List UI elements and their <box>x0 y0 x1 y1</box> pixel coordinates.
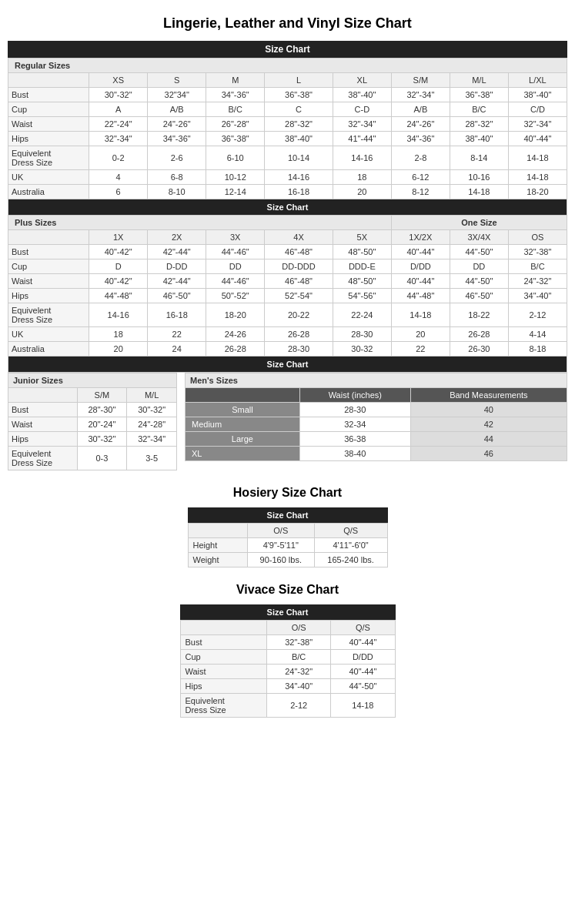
vivace-wrapper: Size Chart O/S Q/S Bust 32"-38" 40"-44" … <box>180 604 396 718</box>
size-chart-divider-2: Size Chart <box>8 199 567 216</box>
mens-label: Men's Sizes <box>185 373 567 387</box>
hosiery-table: O/S Q/S Height 4'9"-5'11" 4'11"-6'0" Wei… <box>188 523 388 567</box>
hosiery-wrapper: Size Chart O/S Q/S Height 4'9"-5'11" 4'1… <box>188 507 388 567</box>
regular-sizes-table: Regular Sizes XS S M L XL S/M M/L L/XL B… <box>8 58 567 373</box>
lingerie-chart: Size Chart Regular Sizes XS S M L XL S/M… <box>8 41 567 470</box>
bottom-section: Junior Sizes S/M M/L Bust 28"-30" 30"-32… <box>8 373 567 470</box>
junior-table: S/M M/L Bust 28"-30" 30"-32" Waist 20"-2… <box>8 387 177 470</box>
size-chart-divider-3: Size Chart <box>8 357 567 373</box>
hosiery-chart-header: Size Chart <box>188 507 388 523</box>
main-title: Lingerie, Leather and Vinyl Size Chart <box>8 15 567 32</box>
mens-section: Men's Sizes Waist (inches) Band Measurem… <box>185 373 567 470</box>
vivace-title: Vivace Size Chart <box>8 583 567 597</box>
mens-table: Waist (inches) Band Measurements Small 2… <box>185 387 567 461</box>
one-size-label: One Size <box>391 216 567 230</box>
plus-label: Plus Sizes <box>8 216 392 230</box>
vivace-chart-header: Size Chart <box>180 604 396 620</box>
junior-section: Junior Sizes S/M M/L Bust 28"-30" 30"-32… <box>8 373 177 470</box>
regular-label: Regular Sizes <box>8 59 567 73</box>
hosiery-title: Hosiery Size Chart <box>8 486 567 500</box>
chart-header-bar: Size Chart <box>8 41 567 58</box>
vivace-table: O/S Q/S Bust 32"-38" 40"-44" Cup B/C D/D… <box>180 620 396 718</box>
junior-label: Junior Sizes <box>8 373 177 387</box>
